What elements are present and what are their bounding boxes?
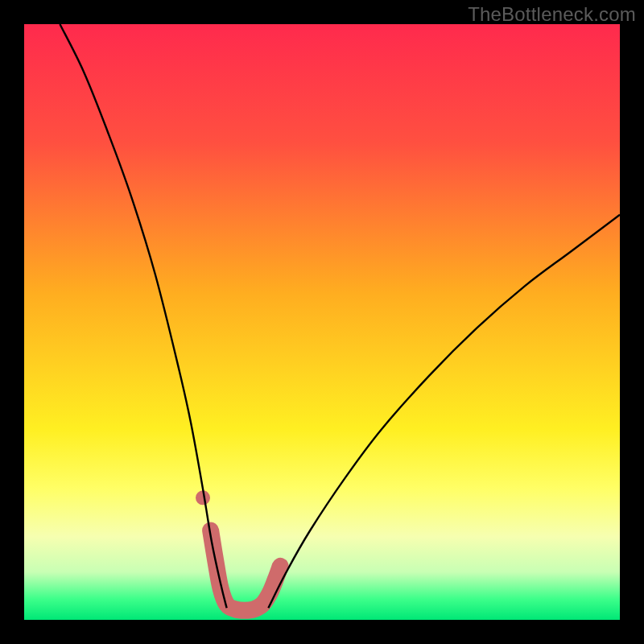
curve-layer <box>24 24 620 620</box>
chart-frame: TheBottleneck.com <box>0 0 644 644</box>
valley-highlight-band <box>211 530 281 610</box>
curve-left-branch <box>60 24 226 608</box>
watermark-text: TheBottleneck.com <box>468 3 636 26</box>
curve-right-branch <box>268 215 620 608</box>
plot-area <box>24 24 620 620</box>
